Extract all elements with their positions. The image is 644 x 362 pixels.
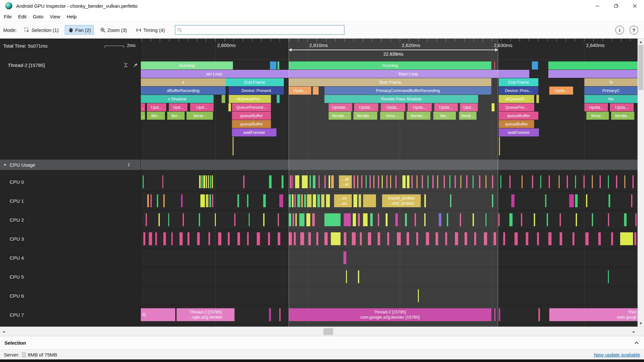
cpu-slice[interactable] (324, 232, 328, 245)
close-button[interactable] (625, 0, 644, 12)
cpu-slice[interactable] (540, 175, 541, 188)
cpu-slice[interactable] (263, 213, 264, 226)
cpu-slice[interactable] (208, 175, 209, 188)
trace-slice[interactable]: vkQueueP... (499, 95, 534, 103)
mode-button-pan[interactable]: Pan (2) (65, 25, 94, 35)
cpu-slice[interactable] (559, 175, 560, 188)
maximize-button[interactable] (607, 0, 625, 12)
cpu-slice[interactable] (234, 213, 235, 226)
cpu-slice[interactable] (509, 213, 513, 226)
cpu-slice[interactable] (212, 194, 213, 207)
help-icon[interactable]: ? (630, 26, 638, 34)
trace-slice[interactable]: Update... (329, 103, 352, 111)
trace-slice[interactable]: Iter... (167, 112, 185, 120)
cpu-slice[interactable] (168, 213, 169, 226)
cpu-slice[interactable] (317, 194, 320, 207)
horizontal-scroll-thumb[interactable] (323, 328, 333, 335)
trace-slice[interactable] (277, 95, 280, 103)
cpu-slice[interactable] (308, 232, 311, 245)
trace-slice[interactable] (494, 61, 495, 70)
trace-slice[interactable]: waitForever (232, 128, 276, 136)
trace-slice[interactable]: Upda... (289, 87, 311, 95)
trace-slice[interactable]: Updat... (354, 103, 378, 111)
cpu-slice[interactable] (608, 175, 609, 188)
trace-slice[interactable]: queueBuffer (499, 112, 538, 120)
cpu-slice[interactable] (162, 175, 163, 188)
trace-slice[interactable]: s Shadow (141, 95, 214, 103)
cpu-slice[interactable] (360, 232, 362, 245)
cpu-slice[interactable] (310, 175, 311, 188)
scroll-right-icon[interactable]: ► (630, 327, 638, 336)
trace-slice[interactable] (492, 103, 495, 111)
cpu-slice[interactable] (445, 232, 447, 245)
cpu-slice[interactable] (378, 232, 380, 245)
mode-button-zoom[interactable]: Zoom (3) (97, 25, 130, 35)
cpu-slice[interactable] (382, 175, 383, 188)
cpu-slice[interactable] (370, 213, 373, 226)
cpu-slice[interactable] (620, 232, 633, 245)
cpu-slice[interactable] (206, 194, 208, 207)
cpu-slice[interactable] (583, 175, 585, 188)
scroll-left-icon[interactable]: ◄ (0, 327, 7, 336)
cpu-slice[interactable] (163, 194, 165, 207)
trace-slice[interactable]: Running (289, 61, 491, 70)
cpu-slice[interactable] (608, 213, 609, 226)
trace-slice[interactable]: Updat... (584, 103, 608, 111)
cpu-slice[interactable] (439, 213, 441, 226)
trace-slice[interactable]: ... (141, 103, 145, 111)
cpu-slice[interactable] (201, 175, 203, 188)
cpu-slice[interactable] (473, 213, 474, 226)
cpu-slice[interactable] (511, 194, 514, 207)
trace-slice[interactable]: Upd... (147, 103, 166, 111)
cpu-slice[interactable] (344, 232, 346, 245)
cpu-slice[interactable] (460, 175, 461, 188)
cpu-slice[interactable] (631, 194, 632, 207)
cpu-slice[interactable] (455, 175, 456, 188)
menu-file[interactable]: File (1, 12, 15, 21)
trace-slice[interactable]: Iterate... (407, 112, 430, 120)
cpu-slice[interactable] (329, 175, 330, 188)
cpu-slice[interactable] (197, 232, 200, 245)
scroll-down-icon[interactable]: ▼ (638, 320, 644, 327)
trace-slice[interactable]: Device::Present (229, 87, 284, 95)
cpu-slice[interactable] (397, 232, 401, 245)
trace-slice[interactable]: queueBuffer (232, 112, 271, 120)
trace-slice[interactable]: Upda... (610, 103, 634, 111)
trace-slice[interactable]: Upda... (434, 103, 458, 111)
cpu-slice[interactable] (218, 232, 221, 245)
trace-slice[interactable]: Iterat... (187, 112, 213, 120)
cpu-slice[interactable] (474, 232, 476, 245)
cpu-slice[interactable] (569, 194, 574, 207)
cpu-slice[interactable] (592, 213, 593, 226)
cpu-slice[interactable] (509, 175, 511, 188)
trace-slice[interactable]: Iterat... (459, 112, 476, 120)
trace-slice[interactable] (313, 87, 319, 95)
cpu-slice[interactable] (560, 232, 562, 245)
cpu-slice[interactable] (537, 232, 539, 245)
vertical-scrollbar[interactable]: ▲ ▼ (638, 39, 644, 327)
cpu-slice[interactable] (228, 232, 230, 245)
cpu-slice[interactable] (598, 232, 601, 245)
trace-slice[interactable]: Upd... (460, 103, 478, 111)
cpu-usage-band[interactable] (141, 160, 638, 170)
trace-slice[interactable] (548, 61, 638, 70)
cpu-slice[interactable] (146, 213, 147, 226)
cpu-slice[interactable] (422, 175, 423, 188)
cpu-slice[interactable] (200, 194, 205, 207)
cpu-slice[interactable] (418, 289, 419, 302)
cpu-slice[interactable] (344, 213, 351, 226)
cpu-slice[interactable] (498, 213, 500, 226)
cpu-slice[interactable] (503, 232, 505, 245)
cpu-slice[interactable] (300, 232, 304, 245)
cpu-slice[interactable] (426, 232, 429, 245)
trace-slice[interactable]: queueBuffer (499, 120, 534, 128)
cpu-slice[interactable] (208, 232, 210, 245)
cpu-slice[interactable] (237, 194, 239, 207)
cpu-slice[interactable] (624, 175, 625, 188)
menu-edit[interactable]: Edit (15, 12, 30, 21)
cpu-slice[interactable] (326, 194, 330, 207)
trace-slice[interactable]: ... (141, 112, 145, 120)
cpu-slice[interactable] (609, 194, 610, 207)
cpu-slice[interactable] (499, 308, 500, 321)
cpu-slice[interactable] (634, 232, 636, 245)
